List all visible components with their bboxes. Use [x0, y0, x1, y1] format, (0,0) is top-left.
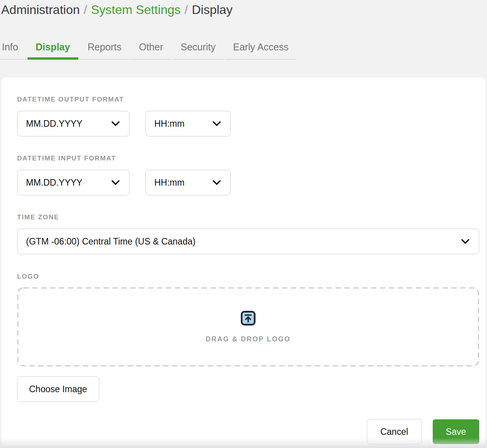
- tab-info[interactable]: Info: [0, 40, 26, 60]
- output-time-format-select[interactable]: HH:mm: [145, 111, 231, 136]
- datetime-output-format-group: DATETIME OUTPUT FORMAT MM.DD.YYYY HH:mm: [17, 96, 479, 136]
- logo-dropzone[interactable]: DRAG & DROP LOGO: [17, 287, 479, 367]
- chevron-down-icon: [111, 121, 120, 126]
- display-settings-panel: DATETIME OUTPUT FORMAT MM.DD.YYYY HH:mm: [2, 78, 485, 446]
- input-date-format-select[interactable]: MM.DD.YYYY: [17, 170, 130, 195]
- breadcrumb-display: Display: [192, 3, 233, 17]
- time-zone-group: TIME ZONE (GTM -06:00) Central Time (US …: [17, 214, 479, 254]
- datetime-output-format-label: DATETIME OUTPUT FORMAT: [17, 96, 479, 103]
- save-button[interactable]: Save: [433, 419, 479, 444]
- datetime-input-format-label: DATETIME INPUT FORMAT: [17, 155, 479, 162]
- tab-display[interactable]: Display: [28, 40, 78, 60]
- form-actions: Cancel Save: [17, 419, 479, 445]
- breadcrumb-separator: /: [84, 3, 87, 17]
- tab-reports[interactable]: Reports: [79, 40, 130, 60]
- dashed-border: [17, 287, 479, 367]
- tab-early-access[interactable]: Early Access: [225, 40, 297, 60]
- input-time-format-select[interactable]: HH:mm: [145, 170, 231, 195]
- dropzone-text: DRAG & DROP LOGO: [206, 335, 291, 343]
- output-date-format-value: MM.DD.YYYY: [26, 119, 83, 129]
- upload-icon: [240, 310, 256, 326]
- breadcrumb: Administration/System Settings/Display: [0, 0, 487, 19]
- logo-group: LOGO DRAG & DROP LOGO Choose Image: [17, 273, 479, 402]
- output-time-format-value: HH:mm: [154, 119, 185, 129]
- output-date-format-select[interactable]: MM.DD.YYYY: [17, 111, 130, 136]
- chevron-down-icon: [111, 180, 120, 185]
- cancel-button[interactable]: Cancel: [367, 419, 422, 445]
- tab-other[interactable]: Other: [131, 40, 171, 60]
- time-zone-value: (GTM -06:00) Central Time (US & Canada): [26, 236, 195, 247]
- breadcrumb-system-settings[interactable]: System Settings: [91, 3, 181, 17]
- time-zone-select[interactable]: (GTM -06:00) Central Time (US & Canada): [17, 229, 479, 254]
- choose-image-button[interactable]: Choose Image: [17, 376, 99, 402]
- settings-tab-bar: Info Display Reports Other Security Earl…: [0, 40, 487, 60]
- logo-label: LOGO: [17, 273, 479, 281]
- breadcrumb-administration[interactable]: Administration: [1, 3, 80, 17]
- input-date-format-value: MM.DD.YYYY: [26, 177, 83, 188]
- tab-security[interactable]: Security: [173, 40, 224, 60]
- datetime-input-format-group: DATETIME INPUT FORMAT MM.DD.YYYY HH:mm: [17, 155, 479, 195]
- chevron-down-icon: [212, 180, 221, 185]
- chevron-down-icon: [212, 121, 221, 126]
- input-time-format-value: HH:mm: [154, 177, 185, 188]
- breadcrumb-separator: /: [185, 3, 188, 17]
- time-zone-label: TIME ZONE: [17, 214, 479, 221]
- chevron-down-icon: [461, 239, 470, 244]
